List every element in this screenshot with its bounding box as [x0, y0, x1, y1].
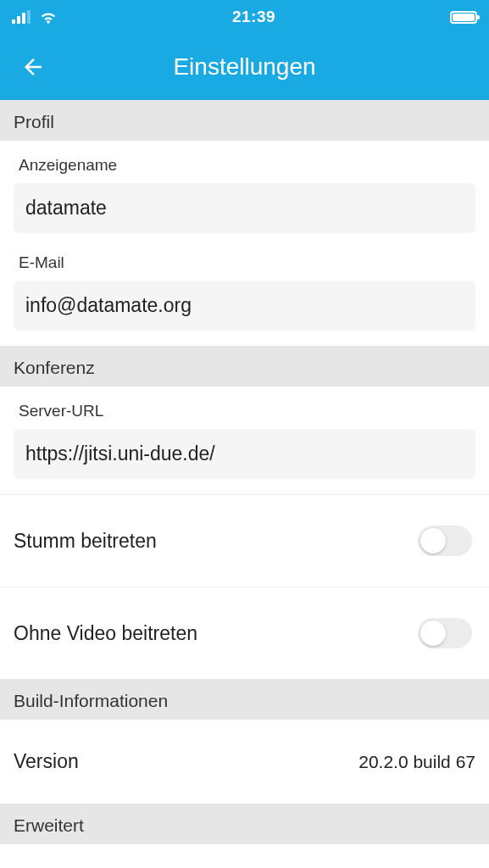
page-title: Einstellungen — [0, 53, 489, 81]
section-header-profile: Profil — [0, 100, 489, 141]
app-header: Einstellungen — [0, 34, 489, 100]
server-url-label: Server-URL — [14, 395, 475, 429]
cellular-signal-icon — [12, 10, 31, 24]
wifi-icon — [39, 10, 58, 24]
section-header-conference: Konferenz — [0, 346, 489, 387]
status-bar: 21:39 — [0, 0, 489, 34]
arrow-left-icon — [20, 54, 46, 80]
join-without-video-toggle[interactable] — [418, 618, 472, 648]
email-input[interactable] — [14, 281, 475, 331]
battery-icon — [450, 11, 477, 24]
section-body-conference: Server-URL Stumm beitreten Ohne Video be… — [0, 387, 489, 679]
field-server-url: Server-URL — [0, 387, 489, 484]
display-name-label: Anzeigename — [14, 149, 475, 183]
row-join-without-video: Ohne Video beitreten — [0, 587, 489, 679]
section-header-advanced: Erweitert — [0, 804, 489, 844]
email-label: E-Mail — [14, 247, 475, 281]
toggle-knob-icon — [420, 620, 446, 646]
join-without-video-label: Ohne Video beitreten — [14, 622, 197, 645]
join-muted-label: Stumm beitreten — [14, 530, 157, 553]
field-display-name: Anzeigename — [0, 141, 489, 238]
version-value: 20.2.0 build 67 — [358, 752, 475, 772]
version-label: Version — [14, 750, 79, 773]
status-right — [450, 11, 477, 24]
section-header-build: Build-Informationen — [0, 679, 489, 720]
status-left — [12, 10, 58, 24]
row-join-muted: Stumm beitreten — [0, 494, 489, 587]
row-version: Version 20.2.0 build 67 — [0, 720, 489, 804]
toggle-knob-icon — [420, 528, 446, 554]
display-name-input[interactable] — [14, 183, 475, 233]
server-url-input[interactable] — [14, 429, 475, 479]
section-body-build: Version 20.2.0 build 67 — [0, 720, 489, 804]
status-time: 21:39 — [232, 8, 275, 26]
back-button[interactable] — [19, 53, 47, 81]
join-muted-toggle[interactable] — [418, 526, 472, 556]
section-body-profile: Anzeigename E-Mail — [0, 141, 489, 346]
field-email: E-Mail — [0, 238, 489, 346]
